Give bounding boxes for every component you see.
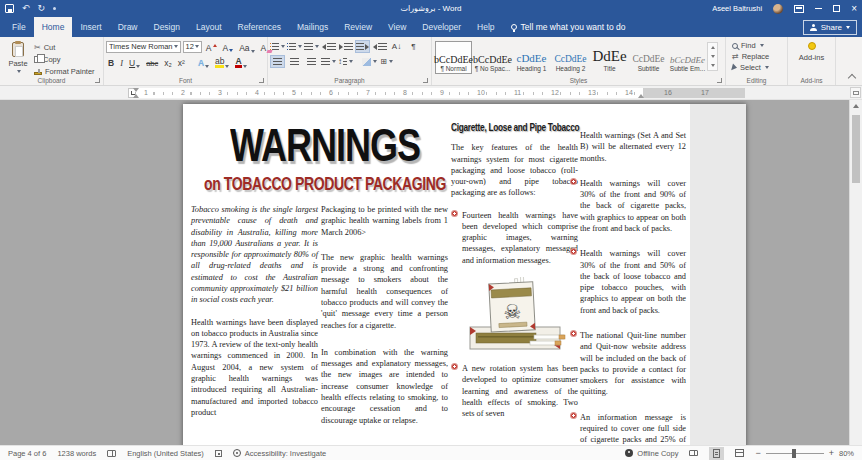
print-layout-button[interactable] — [709, 447, 724, 460]
tab-review[interactable]: Review — [336, 17, 380, 37]
bullets-button[interactable] — [270, 40, 285, 53]
page-indicator[interactable]: Page 4 of 6 — [8, 449, 46, 458]
language-indicator[interactable]: English (United States) — [127, 449, 204, 458]
format-painter-button[interactable]: Format Painter — [34, 67, 95, 76]
hanging-indent-marker[interactable] — [133, 94, 139, 98]
ruler-toggle-button[interactable] — [850, 87, 861, 98]
web-layout-button[interactable] — [732, 447, 747, 460]
ribbon-display-options-icon[interactable] — [794, 5, 804, 13]
style-heading-1[interactable]: cDdEe Heading 1 — [513, 41, 550, 74]
bullet-item[interactable]: Fourteen health warnings have been devel… — [451, 210, 578, 266]
tab-home[interactable]: Home — [34, 17, 73, 37]
tab-file[interactable]: File — [4, 17, 34, 37]
strikethrough-button[interactable]: abc — [144, 55, 160, 68]
addins-button[interactable]: Add-ins — [799, 53, 824, 62]
right-to-left-button[interactable] — [372, 40, 387, 53]
font-dialog-launcher-icon[interactable] — [259, 78, 264, 83]
scroll-up-button[interactable] — [850, 100, 862, 112]
accessibility-checker[interactable]: Accessibility: Investigate — [233, 449, 326, 458]
word-count[interactable]: 1238 words — [57, 449, 96, 458]
paragraph-dialog-launcher-icon[interactable] — [423, 78, 428, 83]
offline-copy-indicator[interactable]: Offline Copy — [625, 449, 678, 458]
bullet-item[interactable]: An information message is required to co… — [580, 412, 686, 445]
numbering-button[interactable] — [287, 40, 302, 53]
restore-button[interactable] — [833, 5, 840, 12]
align-right-button[interactable] — [304, 55, 319, 68]
collapse-ribbon-button[interactable] — [848, 74, 856, 82]
paragraph-text[interactable]: The key features of the health warnings … — [451, 142, 578, 198]
font-size-combobox[interactable]: 12 — [183, 41, 202, 53]
left-to-right-button[interactable] — [355, 40, 370, 53]
style-title[interactable]: DdEe Title — [591, 41, 628, 74]
grow-font-button[interactable]: A — [204, 40, 219, 53]
undo-button[interactable]: ↶ — [22, 4, 30, 13]
document-page[interactable]: WARNINGS on TOBACCO PRODUCT PACKAGING To… — [183, 104, 746, 445]
style-subtitle[interactable]: CcDdEe Subtitle — [630, 41, 667, 74]
borders-button[interactable]: ⊞ — [379, 55, 394, 68]
style-normal[interactable]: bCcDdEe ¶ Normal — [435, 41, 472, 74]
sort-button[interactable]: A↓ — [389, 40, 404, 53]
tab-developer[interactable]: Developer — [414, 17, 469, 37]
clipboard-dialog-launcher-icon[interactable] — [95, 78, 100, 83]
change-case-button[interactable]: Aa — [237, 40, 256, 53]
redo-button[interactable]: ↻ — [38, 4, 46, 13]
show-hide-marks-button[interactable]: ¶ — [406, 40, 421, 53]
find-button[interactable]: Find — [732, 41, 785, 50]
cut-button[interactable]: ✂ Cut — [34, 43, 95, 52]
proofing-icon[interactable] — [107, 450, 116, 457]
right-indent-marker[interactable] — [638, 94, 644, 98]
align-center-button[interactable] — [287, 55, 302, 68]
bullet-item[interactable]: Health warnings will cover 30% of the fr… — [580, 248, 686, 316]
bullet-item[interactable]: The national Quit-line number and Quit-n… — [580, 330, 686, 398]
styles-scroll-down-button[interactable] — [708, 52, 717, 61]
cigarette-pack-image[interactable]: ☠ — [460, 277, 570, 353]
tab-design[interactable]: Design — [146, 17, 188, 37]
brochure-title-line1[interactable]: WARNINGS — [189, 122, 461, 169]
read-mode-button[interactable] — [686, 447, 701, 460]
tab-view[interactable]: View — [380, 17, 414, 37]
styles-dialog-launcher-icon[interactable] — [717, 78, 722, 83]
replace-button[interactable]: ⇄ Replace — [732, 52, 785, 61]
superscript-button[interactable]: x² — [176, 55, 187, 68]
horizontal-ruler[interactable]: 1 2 3 4 5 6 7 8 9 10 11 12 13 14 16 17 — [135, 88, 745, 98]
bold-button[interactable]: B — [106, 55, 116, 68]
zoom-level[interactable]: 80% — [839, 449, 854, 458]
tab-references[interactable]: References — [230, 17, 289, 37]
minimize-button[interactable] — [815, 8, 822, 9]
shrink-font-button[interactable]: A — [221, 40, 236, 53]
tab-insert[interactable]: Insert — [72, 17, 109, 37]
paste-button[interactable]: Paste — [2, 39, 34, 74]
paragraph-text[interactable]: Health warnings have been displayed on t… — [191, 317, 318, 419]
paragraph-text[interactable]: The new graphic health warnings provide … — [321, 252, 448, 331]
customize-qat-button[interactable] — [53, 7, 56, 10]
zoom-slider[interactable] — [766, 453, 824, 454]
paragraph-text[interactable]: Tobacco smoking is the single largest pr… — [191, 204, 318, 306]
zoom-out-button[interactable]: − — [755, 449, 760, 458]
avatar[interactable] — [773, 4, 783, 14]
font-color-button[interactable]: A — [233, 55, 248, 68]
paragraph-text[interactable]: Packaging to be printed with the new gra… — [321, 204, 448, 238]
subscript-button[interactable]: x₂ — [162, 55, 174, 68]
style-heading-2[interactable]: CcDdEe Heading 2 — [552, 41, 589, 74]
tab-mailings[interactable]: Mailings — [289, 17, 336, 37]
section-heading[interactable]: Cigarette, Loose and Pipe Tobacco — [451, 120, 568, 135]
line-spacing-button[interactable]: ↕ — [338, 55, 353, 68]
style-subtle-emphasis[interactable]: bCcDdEe Subtle Em... — [669, 41, 706, 74]
shading-button[interactable] — [362, 55, 377, 68]
share-button[interactable]: Share — [803, 20, 857, 35]
decrease-indent-button[interactable] — [321, 40, 336, 53]
text-effects-button[interactable]: A — [196, 55, 211, 68]
brochure-title-block[interactable]: WARNINGS on TOBACCO PRODUCT PACKAGING — [189, 122, 461, 190]
brochure-title-line2[interactable]: on TOBACCO PRODUCT PACKAGING — [189, 174, 461, 194]
styles-more-button[interactable] — [708, 61, 717, 70]
macro-record-icon[interactable] — [215, 450, 222, 457]
bullet-item[interactable]: Health warnings will cover 30% of the fr… — [580, 178, 686, 234]
justify-button[interactable] — [321, 55, 336, 68]
align-left-button[interactable] — [270, 55, 285, 68]
close-button[interactable]: × — [851, 4, 857, 14]
tab-draw[interactable]: Draw — [110, 17, 146, 37]
bullet-item[interactable]: A new rotation system has been developed… — [451, 363, 578, 419]
tab-layout[interactable]: Layout — [188, 17, 230, 37]
first-line-indent-marker[interactable] — [133, 88, 139, 92]
tab-help[interactable]: Help — [469, 17, 502, 37]
